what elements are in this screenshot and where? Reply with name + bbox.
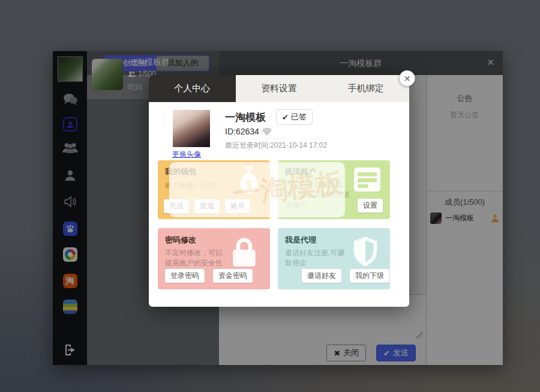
tab-personal-center[interactable]: 个人中心 [149,75,236,102]
password-buttons: 登录密码 资金密码 [165,269,253,283]
last-login: 最近登录时间:2021-10-14 17:02 [225,140,327,151]
password-desc: 不定时修改，可以提高账户的安全性 [165,248,228,269]
agent-desc: 邀请好友注册,可赚取佣金 [285,248,351,269]
withdraw-desc: 为了方便您申请提现，建议及时绑定提现账户 [285,179,352,211]
login-password-button[interactable]: 登录密码 [165,269,205,283]
wallet-title: 我的钱包 [165,166,196,177]
signed-badge[interactable]: ✔ 已签 [276,109,313,125]
fund-password-button[interactable]: 资金密码 [213,269,253,283]
withdraw-account-card: 提现账户 为了方便您申请提现，建议及时绑定提现账户 设置 [278,160,390,219]
wallet-buttons: 充值 提现 账单 [164,199,250,213]
withdraw-title: 提现账户 [285,166,316,177]
moneybag-icon: $ [236,164,262,198]
profile-name: 一淘模板 [225,110,266,124]
check-icon: ✔ [282,113,289,122]
gem-icon [262,128,272,136]
profile-id: ID:62634 [225,127,272,136]
tab-phone-binding[interactable]: 手机绑定 [322,75,409,102]
profile-section: 更换头像 一淘模板 ✔ 已签 ID:62634 最近登录时间:2021-10-1… [149,102,409,160]
bill-button[interactable]: 账单 [225,199,250,213]
withdraw-button[interactable]: 提现 [194,199,220,213]
tab-profile-settings[interactable]: 资料设置 [236,75,323,102]
agent-card: 我是代理 邀请好友注册,可赚取佣金 邀请好友 我的下级 [278,228,390,289]
setup-button[interactable]: 设置 [358,199,383,213]
shield-icon [352,235,379,270]
invite-friends-button[interactable]: 邀请好友 [302,269,341,283]
password-card: 密码修改 不定时修改，可以提高账户的安全性 登录密码 资金密码 [158,228,270,289]
profile-avatar[interactable] [173,110,210,147]
bankcard-icon [353,166,382,195]
wallet-card: 我的钱包 账户余额：0.00 $ 充值 提现 账单 [158,160,270,219]
modal-tabbar: 个人中心 资料设置 手机绑定 [149,75,409,102]
agent-title: 我是代理 [285,235,316,246]
wallet-balance: 账户余额：0.00 [165,181,215,191]
recharge-button[interactable]: 充值 [164,199,189,213]
personal-center-modal: ✕ 个人中心 资料设置 手机绑定 更换头像 一淘模板 ✔ 已签 ID:62634… [149,75,409,307]
chat-app-window: 淘 ‹ 我创建的 我加入的 一淘模板群 1/500 吃鸡 [53,51,503,365]
modal-close-icon[interactable]: ✕ [399,70,415,86]
my-subordinates-button[interactable]: 我的下级 [350,269,389,283]
svg-text:$: $ [246,179,252,191]
lock-icon [229,235,259,271]
password-title: 密码修改 [165,235,196,246]
change-avatar-link[interactable]: 更换头像 [172,149,201,160]
agent-buttons: 邀请好友 我的下级 [302,269,389,283]
